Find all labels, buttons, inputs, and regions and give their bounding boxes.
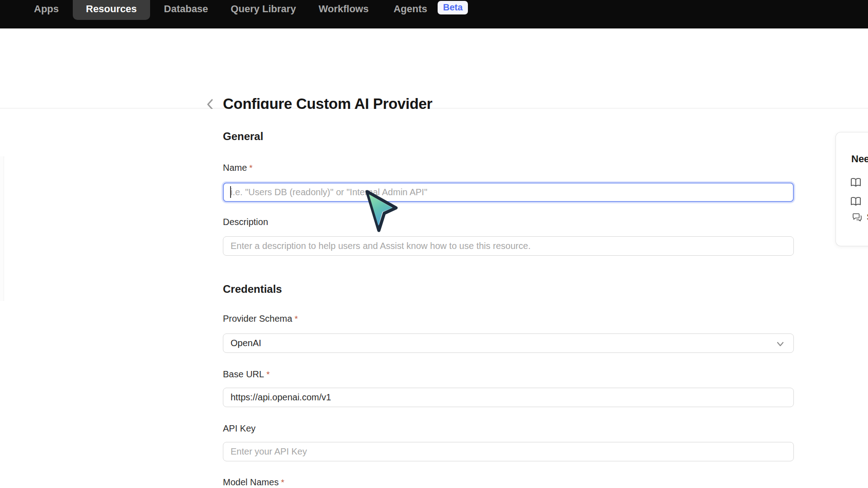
name-input[interactable] [223, 183, 794, 202]
base-url-input[interactable] [223, 388, 794, 407]
section-heading-general: General [223, 130, 263, 143]
description-input[interactable] [223, 236, 794, 256]
chat-icon [852, 213, 862, 222]
nav-tab-workflows-label: Workflows [319, 3, 369, 14]
nav-tab-agents-label: Agents [393, 3, 427, 14]
left-panel-edge [0, 156, 4, 301]
top-navigation-bar: Apps Resources Database Query Library Wo… [0, 0, 868, 28]
description-field-label: Description [223, 217, 268, 227]
required-asterisk: * [281, 478, 284, 487]
nav-tab-apps[interactable]: Apps [34, 0, 66, 14]
app-window: Apps Resources Database Query Library Wo… [0, 0, 868, 488]
name-field-label: Name* [223, 163, 253, 173]
help-link-docs-2[interactable] [850, 197, 861, 206]
api-key-input[interactable] [223, 442, 794, 461]
api-key-field-label: API Key [223, 423, 255, 434]
help-link-support[interactable]: S [852, 212, 868, 222]
provider-schema-value: OpenAI [231, 338, 261, 348]
nav-tab-resources-active[interactable]: Resources [73, 0, 150, 20]
nav-tab-query-library-label: Query Library [231, 3, 296, 14]
text-caret [230, 186, 231, 198]
help-link-docs-1[interactable] [850, 178, 861, 188]
beta-badge: Beta [438, 1, 468, 14]
required-asterisk: * [266, 370, 269, 379]
book-icon [850, 178, 861, 188]
provider-schema-select[interactable]: OpenAI [223, 333, 794, 353]
nav-tab-resources-label: Resources [86, 3, 137, 14]
required-asterisk: * [249, 163, 252, 173]
nav-tab-workflows[interactable]: Workflows [312, 0, 376, 14]
nav-tab-database[interactable]: Database [157, 0, 215, 14]
page-header: Configure Custom AI Provider [0, 28, 868, 108]
nav-tab-database-label: Database [164, 3, 208, 14]
help-panel-heading: Nee [851, 153, 868, 165]
chevron-down-icon [775, 339, 785, 351]
section-heading-credentials: Credentials [223, 283, 282, 296]
nav-tab-apps-label: Apps [34, 3, 59, 14]
form-content: General Name* Description Credentials Pr… [0, 109, 868, 488]
model-names-field-label: Model Names* [223, 477, 284, 488]
help-panel: Nee S [835, 132, 868, 246]
required-asterisk: * [294, 314, 297, 324]
provider-schema-field-label: Provider Schema* [223, 314, 298, 324]
nav-tab-agents[interactable]: Agents [387, 0, 434, 14]
book-icon [850, 197, 861, 206]
base-url-field-label: Base URL* [223, 369, 270, 380]
nav-tab-query-library[interactable]: Query Library [224, 0, 302, 14]
